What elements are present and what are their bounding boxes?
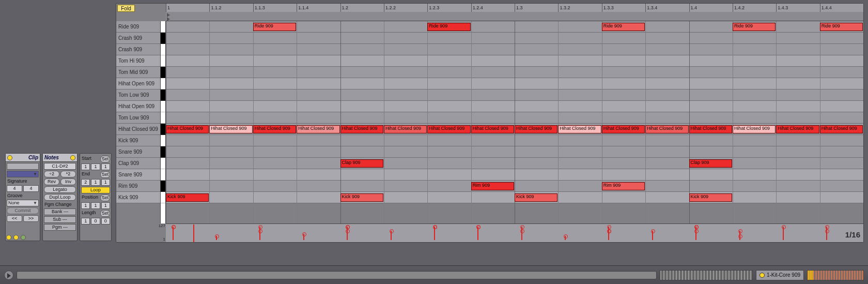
clip-color-select[interactable] [7,171,39,177]
midi-note[interactable]: Rim 909 [471,182,514,190]
len-beat[interactable]: 0 [91,218,100,225]
piano-key[interactable] [161,55,165,67]
start-bar[interactable]: 1 [81,163,90,170]
double-tempo-button[interactable]: *2 [60,171,76,177]
pos-beat[interactable]: 1 [91,202,100,209]
velocity-handle[interactable] [608,231,609,240]
piano-key[interactable] [161,169,165,181]
midi-note[interactable]: Hihat Closed 909 [253,125,296,133]
clip-active-indicator[interactable] [7,155,12,160]
clip-play-button[interactable] [4,271,13,280]
piano-key[interactable] [161,67,165,78]
piano-key[interactable] [161,192,165,203]
track-name[interactable]: Ride 909 [116,21,160,33]
sig-numerator[interactable]: 4 [7,185,22,192]
end-bar[interactable]: 2 [81,179,90,186]
piano-key[interactable] [161,124,165,135]
velocity-handle[interactable] [783,227,784,240]
bank-field[interactable]: Bank --- [44,208,76,215]
piano-key[interactable] [161,78,165,89]
groove-select[interactable]: None [7,200,39,206]
device-chip[interactable]: 1-Kit-Core 909 [756,270,804,280]
velocity-handle[interactable] [303,234,304,240]
track-name[interactable]: Tom Low 909 [116,89,160,101]
time-ruler[interactable]: 11.1.21.1.31.1.41.21.2.21.2.31.2.41.31.3… [166,4,863,21]
pgm-field[interactable]: Pgm --- [44,224,76,231]
midi-note[interactable]: Kick 909 [515,193,557,202]
device-on-indicator[interactable] [760,273,765,278]
clip-name-input[interactable] [7,163,39,170]
velocity-handle[interactable] [216,236,217,240]
midi-note[interactable]: Hihat Closed 909 [471,125,514,133]
track-name[interactable]: Tom Low 909 [116,112,160,124]
pos-bar[interactable]: 1 [81,202,90,209]
sub-field[interactable]: Sub --- [44,216,76,223]
midi-note[interactable]: Ride 909 [253,23,296,31]
track-name[interactable]: Rim 909 [116,181,160,192]
track-name[interactable]: Kick 909 [116,192,160,203]
velocity-handle[interactable] [391,231,392,240]
nudge-fwd-button[interactable]: >> [23,215,39,222]
half-tempo-button[interactable]: ÷2 [44,171,59,177]
track-name[interactable]: Snare 909 [116,169,160,181]
panel-dot-envelopes[interactable] [21,235,26,240]
midi-note[interactable]: Hihat Closed 909 [602,125,645,133]
nudge-back-button[interactable]: << [7,215,22,222]
midi-note[interactable]: Hihat Closed 909 [558,125,601,133]
track-name[interactable]: Tom Mid 909 [116,67,160,78]
panel-dot-launch[interactable] [6,235,11,240]
velocity-handle[interactable] [826,227,827,240]
position-set-button[interactable]: Set [100,195,110,201]
legato-button[interactable]: Legato [44,186,76,193]
velocity-handle[interactable] [477,227,478,240]
device-preview[interactable] [807,270,864,280]
commit-button[interactable]: Commit [7,207,39,214]
midi-note[interactable]: Hihat Closed 909 [340,125,383,133]
clip-overview[interactable] [660,270,753,280]
midi-note[interactable]: Kick 909 [689,193,732,202]
velocity-handle[interactable] [652,231,653,240]
len-bar[interactable]: 1 [81,218,90,225]
track-name[interactable]: Tom Hi 909 [116,55,160,67]
track-name[interactable]: Hihat Open 909 [116,78,160,89]
velocity-handle[interactable] [434,227,435,240]
track-name[interactable]: Hihat Closed 909 [116,124,160,135]
midi-note[interactable]: Hihat Closed 909 [645,125,688,133]
piano-key[interactable] [161,89,165,101]
piano-key[interactable] [161,33,165,44]
velocity-handle[interactable] [565,236,566,240]
note-range-display[interactable]: C1-D#2 [44,163,76,170]
midi-note[interactable]: Ride 909 [820,23,863,31]
piano-key[interactable] [161,101,165,112]
midi-note[interactable]: Hihat Closed 909 [733,125,776,133]
notes-arrow-icon[interactable] [70,155,75,160]
midi-note[interactable]: Clap 909 [689,159,732,168]
velocity-handle[interactable] [173,227,174,240]
midi-note[interactable]: Kick 909 [166,193,209,202]
panel-dot-notes[interactable] [13,235,19,240]
loop-brace-icon[interactable] [166,12,173,21]
loop-toggle-button[interactable]: Loop [81,187,110,193]
velocity-handle[interactable] [739,236,740,240]
midi-note[interactable]: Kick 909 [340,193,383,202]
track-name[interactable]: Clap 909 [116,158,160,169]
track-name[interactable]: Hihat Open 909 [116,101,160,112]
midi-note[interactable]: Hihat Closed 909 [166,125,209,133]
horizontal-scrollbar[interactable] [17,271,657,279]
end-beat[interactable]: 1 [91,179,100,186]
midi-note[interactable]: Ride 909 [733,23,776,31]
fold-button[interactable]: Fold [117,5,135,12]
reverse-button[interactable]: Rev [44,178,59,185]
midi-note[interactable]: Clap 909 [340,159,383,168]
piano-key[interactable] [161,21,165,33]
track-name[interactable]: Crash 909 [116,33,160,44]
sig-denominator[interactable]: 4 [23,185,39,192]
pos-sub[interactable]: 1 [101,202,110,209]
start-sub[interactable]: 1 [101,163,110,170]
length-set-button[interactable]: Set [100,210,110,217]
midi-note[interactable]: Ride 909 [602,23,645,31]
end-sub[interactable]: 1 [101,179,110,186]
midi-note[interactable]: Hihat Closed 909 [689,125,732,133]
track-name[interactable]: Kick 909 [116,135,160,146]
midi-note[interactable]: Hihat Closed 909 [297,125,339,133]
